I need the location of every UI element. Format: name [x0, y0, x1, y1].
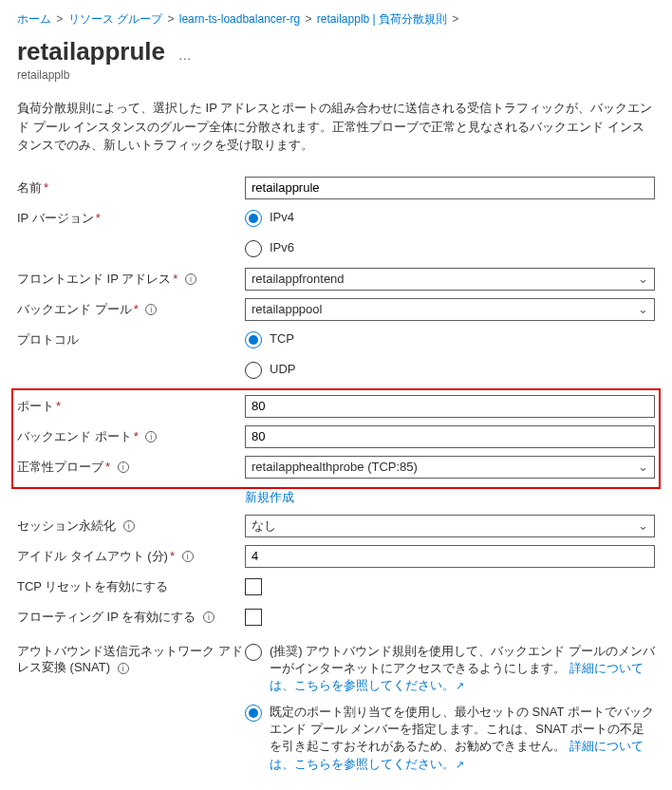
crumb-rgname[interactable]: learn-ts-loadbalancer-rg [179, 12, 300, 26]
label-frontend: フロントエンド IP アドレス* i [17, 271, 245, 288]
chevron-down-icon: ⌄ [638, 518, 648, 533]
session-select[interactable]: なし⌄ [245, 515, 655, 537]
label-session: セッション永続化 i [17, 517, 245, 535]
info-icon[interactable]: i [182, 551, 194, 562]
info-icon[interactable]: i [118, 461, 129, 473]
description: 負荷分散規則によって、選択した IP アドレスとポートの組み合わせに送信される受… [17, 99, 655, 155]
chevron-down-icon: ⌄ [638, 302, 648, 316]
floating-checkbox[interactable] [245, 609, 262, 626]
label-backendpool: バックエンド プール* i [17, 301, 245, 318]
snat-opt1-text: (推奨) アウトバウンド規則を使用して、バックエンド プールのメンバーがインター… [270, 643, 655, 695]
label-name: 名前* [17, 179, 245, 197]
radio-snat-recommended[interactable]: (推奨) アウトバウンド規則を使用して、バックエンド プールのメンバーがインター… [245, 643, 655, 695]
backendport-input[interactable] [245, 425, 655, 448]
name-input[interactable] [245, 177, 655, 199]
label-idle: アイドル タイムアウト (分)* i [17, 548, 245, 565]
label-protocol: プロトコル [17, 331, 245, 348]
radio-udp[interactable]: UDP [245, 361, 655, 378]
radio-tcp[interactable]: TCP [245, 330, 655, 348]
tcpreset-checkbox[interactable] [245, 578, 262, 595]
info-icon[interactable]: i [123, 520, 135, 532]
subtitle: retailapplb [17, 68, 655, 82]
chevron-down-icon: ⌄ [638, 460, 648, 474]
label-backendport: バックエンド ポート* i [17, 428, 245, 445]
new-probe-link[interactable]: 新規作成 [245, 489, 655, 506]
snat-opt2-text: 既定のポート割り当てを使用し、最小セットの SNAT ポートでバックエンド プー… [270, 704, 655, 773]
backendpool-select[interactable]: retailapppool⌄ [245, 298, 655, 321]
crumb-rg[interactable]: リソース グループ [68, 12, 162, 26]
port-input[interactable] [245, 395, 655, 418]
info-icon[interactable]: i [185, 273, 196, 285]
label-tcpreset: TCP リセットを有効にする [17, 578, 245, 595]
radio-ipv4[interactable]: IPv4 [245, 209, 655, 226]
chevron-down-icon: ⌄ [638, 272, 648, 286]
info-icon[interactable]: i [118, 663, 129, 674]
highlight-box: ポート* バックエンド ポート* i 正常性プローブ* i retailapph… [11, 388, 661, 489]
label-port: ポート* [17, 398, 245, 415]
info-icon[interactable]: i [203, 611, 215, 623]
breadcrumb: ホーム > リソース グループ > learn-ts-loadbalancer-… [17, 11, 655, 28]
more-menu[interactable]: … [178, 47, 192, 63]
idle-input[interactable] [245, 545, 655, 568]
label-snat: アウトバウンド送信元ネットワーク アドレス変換 (SNAT) i [17, 641, 245, 676]
radio-snat-default[interactable]: 既定のポート割り当てを使用し、最小セットの SNAT ポートでバックエンド プー… [245, 704, 655, 773]
frontend-select[interactable]: retailappfrontend⌄ [245, 268, 655, 291]
radio-ipv6[interactable]: IPv6 [245, 239, 655, 256]
label-floating: フローティング IP を有効にする i [17, 609, 245, 626]
healthprobe-select[interactable]: retailapphealthprobe (TCP:85)⌄ [245, 456, 655, 479]
page-title: retailapprule [17, 37, 165, 66]
info-icon[interactable]: i [145, 431, 157, 442]
crumb-lb[interactable]: retailapplb | 負荷分散規則 [317, 12, 447, 26]
label-ipversion: IP バージョン* [17, 210, 245, 227]
info-icon[interactable]: i [145, 304, 157, 315]
label-healthprobe: 正常性プローブ* i [17, 459, 245, 476]
crumb-home[interactable]: ホーム [17, 12, 51, 26]
title-row: retailapprule … [17, 35, 655, 66]
